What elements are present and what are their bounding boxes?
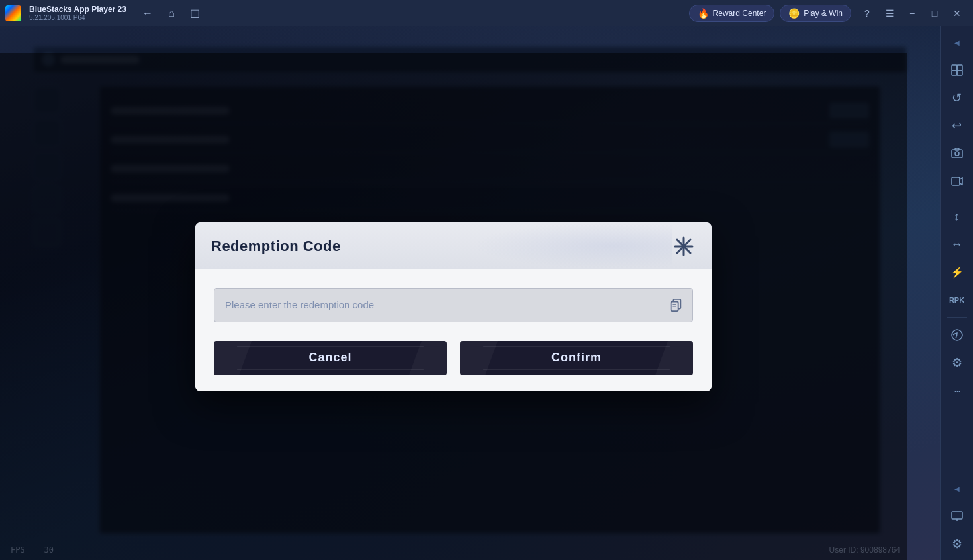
app-logo bbox=[0, 0, 26, 26]
sidebar-icon-screenshot[interactable] bbox=[944, 140, 970, 167]
sidebar-icon-fullscreen[interactable]: ↔ bbox=[944, 231, 970, 257]
sidebar-icon-settings[interactable]: ⚙ bbox=[944, 350, 970, 376]
cancel-deco bbox=[214, 341, 447, 375]
eco-icon bbox=[950, 328, 964, 342]
play-win-button[interactable]: 🪙 Play & Win bbox=[780, 5, 851, 22]
video-icon bbox=[950, 175, 964, 188]
app-name: BlueStacks App Player 23 bbox=[29, 5, 126, 14]
dialog-body: Cancel Confirm bbox=[195, 269, 712, 391]
redemption-dialog: Redemption Code bbox=[195, 222, 712, 391]
display-icon bbox=[950, 510, 964, 523]
redemption-code-input[interactable] bbox=[214, 288, 693, 322]
titlebar-actions: 🔥 Reward Center 🪙 Play & Win ? ☰ − □ ✕ bbox=[689, 3, 973, 24]
reward-center-label: Reward Center bbox=[713, 9, 766, 18]
dialog-header: Redemption Code bbox=[195, 222, 712, 269]
svg-rect-10 bbox=[952, 70, 957, 75]
sidebar-divider-2 bbox=[947, 317, 967, 318]
nav-buttons: ← ⌂ ◫ bbox=[137, 3, 206, 24]
sidebar-icon-eco[interactable] bbox=[944, 322, 970, 348]
sidebar-icon-more[interactable]: ··· bbox=[944, 377, 970, 404]
back-button[interactable]: ← bbox=[137, 3, 158, 24]
dialog-overlay: Redemption Code bbox=[0, 53, 907, 560]
minimize-button[interactable]: − bbox=[902, 3, 923, 24]
app-info: BlueStacks App Player 23 5.21.205.1001 P… bbox=[29, 5, 126, 21]
svg-point-13 bbox=[955, 152, 959, 156]
fire-icon: 🔥 bbox=[698, 8, 709, 19]
cancel-button[interactable]: Cancel bbox=[214, 341, 447, 375]
sidebar-icon-multiinstance[interactable] bbox=[944, 57, 970, 83]
play-win-label: Play & Win bbox=[804, 9, 843, 18]
sidebar-icon-resize[interactable]: ↕ bbox=[944, 203, 970, 230]
close-button[interactable]: ✕ bbox=[947, 3, 968, 24]
screenshot-icon bbox=[950, 147, 964, 160]
svg-rect-15 bbox=[952, 177, 960, 185]
tabs-button[interactable]: ◫ bbox=[185, 3, 206, 24]
reward-center-button[interactable]: 🔥 Reward Center bbox=[689, 5, 775, 22]
close-star-icon bbox=[673, 236, 694, 257]
dialog-close-button[interactable] bbox=[672, 234, 696, 258]
logo-icon bbox=[5, 5, 21, 21]
svg-rect-12 bbox=[952, 150, 962, 158]
sidebar-divider-1 bbox=[947, 199, 967, 199]
dialog-buttons: Cancel Confirm bbox=[214, 341, 693, 375]
titlebar: BlueStacks App Player 23 5.21.205.1001 P… bbox=[0, 0, 973, 26]
sidebar-icon-settings2[interactable]: ⚙ bbox=[944, 531, 970, 557]
clipboard-icon bbox=[669, 298, 683, 312]
help-button[interactable]: ? bbox=[857, 3, 878, 24]
maximize-button[interactable]: □ bbox=[924, 3, 945, 24]
svg-rect-9 bbox=[957, 65, 962, 70]
confirm-deco bbox=[460, 341, 693, 375]
right-sidebar: ◀ ↺ ↩ ↕ ↔ ⚡ RPK ⚙ ··· ◀ bbox=[940, 26, 973, 560]
sidebar-icon-video[interactable] bbox=[944, 168, 970, 195]
svg-rect-8 bbox=[952, 65, 957, 70]
svg-rect-16 bbox=[952, 512, 962, 519]
dialog-title: Redemption Code bbox=[211, 238, 341, 255]
code-input-wrapper bbox=[214, 288, 693, 322]
menu-button[interactable]: ☰ bbox=[879, 3, 900, 24]
sidebar-icon-macro[interactable]: ⚡ bbox=[944, 259, 970, 285]
sidebar-icon-display[interactable] bbox=[944, 503, 970, 530]
window-controls: ? ☰ − □ ✕ bbox=[857, 3, 968, 24]
paste-icon[interactable] bbox=[667, 296, 685, 314]
sidebar-icon-collapse2[interactable]: ◀ bbox=[944, 475, 970, 502]
sidebar-icon-undo[interactable]: ↩ bbox=[944, 113, 970, 139]
app-version: 5.21.205.1001 P64 bbox=[29, 14, 126, 21]
confirm-button[interactable]: Confirm bbox=[460, 341, 693, 375]
coin-icon: 🪙 bbox=[788, 8, 800, 19]
home-button[interactable]: ⌂ bbox=[161, 3, 182, 24]
sidebar-icon-refresh[interactable]: ↺ bbox=[944, 85, 970, 111]
sidebar-collapse-button[interactable]: ◀ bbox=[944, 29, 970, 56]
svg-rect-11 bbox=[957, 70, 962, 75]
game-area: FPS 30 User ID: 900898764 Redemption Cod… bbox=[0, 26, 940, 560]
multiinstance-icon bbox=[950, 64, 964, 77]
sidebar-icon-rpk[interactable]: RPK bbox=[944, 287, 970, 313]
